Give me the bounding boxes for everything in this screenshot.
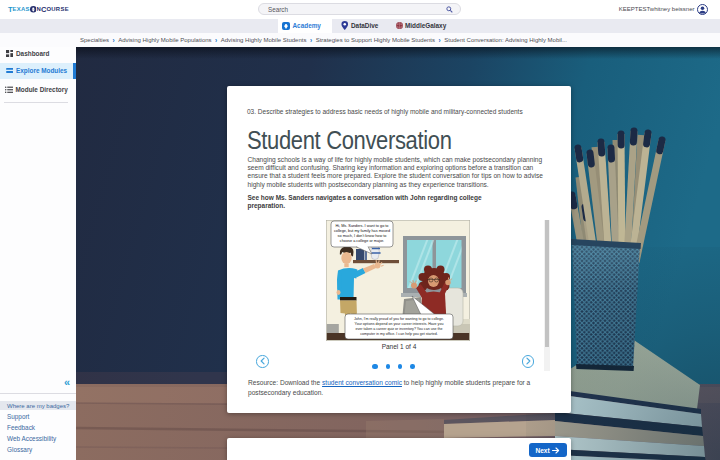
svg-text:ever taken a career quiz or in: ever taken a career quiz or inventory? Y… — [356, 327, 443, 331]
svg-text:John, I'm really proud of you: John, I'm really proud of you for wantin… — [354, 317, 444, 321]
svg-text:college, but my family has mov: college, but my family has moved — [334, 229, 390, 233]
svg-text:so much, I don't know how to: so much, I don't know how to — [338, 234, 387, 238]
svg-text:Your options depend on your ca: Your options depend on your career inter… — [355, 322, 444, 326]
svg-text:choose a college or major.: choose a college or major. — [340, 239, 384, 243]
svg-text:Hi, Ms. Sanders. I want to go: Hi, Ms. Sanders. I want to go to — [336, 224, 389, 228]
svg-text:computer in my office. I can h: computer in my office. I can help you ge… — [360, 332, 437, 336]
